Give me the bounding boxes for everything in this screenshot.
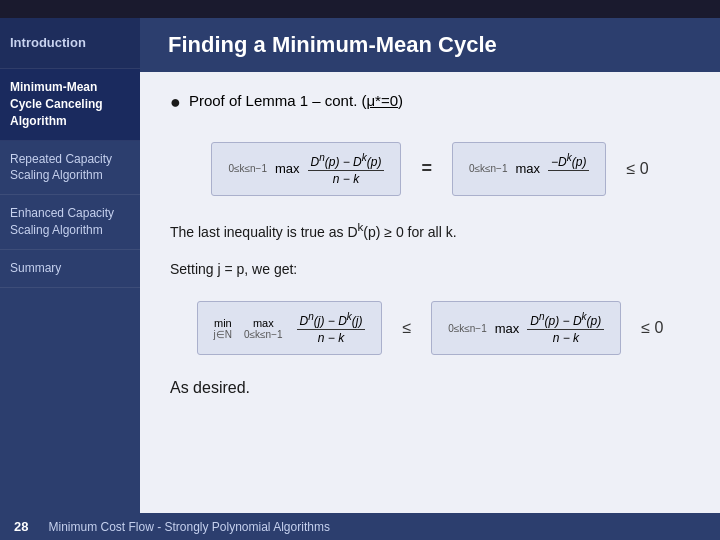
- equals-sign: =: [421, 158, 432, 179]
- inequality-text: The last inequality is true as Dk(p) ≥ 0…: [170, 220, 690, 240]
- leq-sign-2: ≤: [402, 319, 411, 337]
- main-container: Introduction Minimum-Mean Cycle Cancelin…: [0, 18, 720, 513]
- page-title: Finding a Minimum-Mean Cycle: [140, 18, 720, 72]
- sidebar-item-introduction[interactable]: Introduction: [0, 18, 140, 69]
- sidebar-item-repeated-capacity[interactable]: Repeated Capacity Scaling Algorithm: [0, 141, 140, 196]
- math-block-1: 0≤k≤n−1 max Dn(p) − Dk(p) n − k = 0≤k≤n−…: [170, 142, 690, 196]
- formula-max-right: 0≤k≤n−1 max −Dk(p) n−k: [452, 142, 606, 196]
- leq-sign-3: ≤ 0: [641, 319, 663, 337]
- bullet-icon: ●: [170, 92, 181, 114]
- content-body: ● Proof of Lemma 1 – cont. (μ*=0) 0≤k≤n−…: [140, 72, 720, 513]
- as-desired-text: As desired.: [170, 379, 690, 397]
- leq-sign-1: ≤ 0: [626, 160, 648, 178]
- sidebar: Introduction Minimum-Mean Cycle Cancelin…: [0, 18, 140, 513]
- sidebar-item-enhanced-capacity[interactable]: Enhanced Capacity Scaling Algorithm: [0, 195, 140, 250]
- content-area: Finding a Minimum-Mean Cycle ● Proof of …: [140, 18, 720, 513]
- setting-text: Setting j = p, we get:: [170, 261, 690, 277]
- formula-min-max: min j∈N max 0≤k≤n−1 Dn(j) − Dk(j) n − k: [197, 301, 383, 355]
- proof-heading: ● Proof of Lemma 1 – cont. (μ*=0): [170, 92, 690, 114]
- footer-title: Minimum Cost Flow - Strongly Polynomial …: [48, 520, 329, 534]
- proof-label: Proof of Lemma 1 – cont. (μ*=0): [189, 92, 403, 109]
- formula-max-p: 0≤k≤n−1 max Dn(p) − Dk(p) n − k: [431, 301, 621, 355]
- sidebar-item-minimum-mean-cycle[interactable]: Minimum-Mean Cycle Canceling Algorithm: [0, 69, 140, 140]
- math-block-2: min j∈N max 0≤k≤n−1 Dn(j) − Dk(j) n − k …: [170, 301, 690, 355]
- sidebar-item-summary[interactable]: Summary: [0, 250, 140, 288]
- page-number: 28: [14, 519, 28, 534]
- bottom-bar: 28 Minimum Cost Flow - Strongly Polynomi…: [0, 513, 720, 540]
- top-bar: [0, 0, 720, 18]
- formula-max-left: 0≤k≤n−1 max Dn(p) − Dk(p) n − k: [211, 142, 401, 196]
